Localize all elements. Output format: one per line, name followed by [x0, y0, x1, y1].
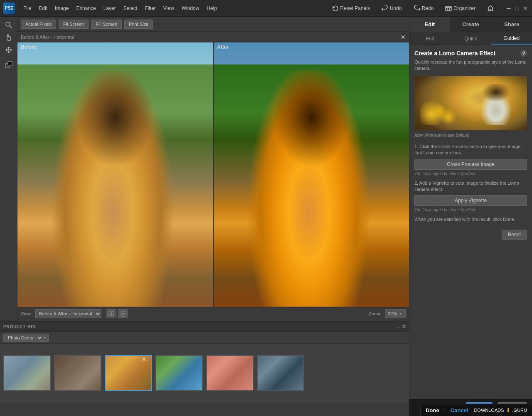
menu-layer[interactable]: Layer — [100, 4, 119, 13]
thumbnail-2[interactable] — [54, 355, 101, 391]
thumbnail-6[interactable] — [257, 355, 304, 391]
subtab-guided[interactable]: Guided — [491, 32, 532, 45]
step2-tip: Tip: Click again to intensify effect — [414, 208, 527, 212]
titlebar-right: Reset Panels Undo Redo Organizer ─ □ ✕ — [329, 4, 529, 13]
undo-button[interactable]: Undo — [378, 4, 405, 13]
menu-edit[interactable]: Edit — [35, 4, 51, 13]
menu-view[interactable]: View — [160, 4, 177, 13]
menu-image[interactable]: Image — [52, 4, 72, 13]
effect-preview-image — [414, 76, 527, 130]
menu-filter[interactable]: Filter — [141, 4, 159, 13]
view-select-wrapper: Before & After - Horizontal Before & Aft… — [35, 309, 101, 318]
help-icon[interactable]: ? — [520, 50, 527, 57]
reset-panels-button[interactable]: Reset Panels — [329, 4, 373, 13]
organizer-button[interactable]: Organizer — [442, 4, 479, 13]
after-photo — [214, 42, 409, 320]
cross-process-button[interactable]: Cross Process Image — [414, 159, 527, 170]
view-horizontal-icon[interactable] — [106, 309, 116, 318]
zoom-wrapper: 22% ▼ — [385, 309, 406, 318]
canvas-area: Before & After - Horizontal ✕ Before Aft… — [17, 32, 409, 320]
project-bin-controls: – ≡ — [397, 323, 406, 330]
menu-bar: File Edit Image Enhance Layer Select Fil… — [20, 4, 329, 13]
photo-demo-select[interactable]: Photo Demo — [4, 335, 43, 341]
effect-preview-caption: After (Roll over to see Before) — [414, 133, 527, 139]
tab-create[interactable]: Create — [451, 17, 492, 32]
actual-pixels-button[interactable]: Actual Pixels — [21, 20, 56, 29]
fit-screen-button[interactable]: Fit Screen — [59, 20, 89, 29]
move-tool[interactable] — [2, 44, 15, 56]
apply-vignette-button[interactable]: Apply Vignette — [414, 195, 527, 206]
svg-rect-0 — [446, 6, 451, 10]
menu-window[interactable]: Window — [178, 4, 203, 13]
maximize-button[interactable]: □ — [514, 5, 520, 12]
sub-tabs: Full Quick Guided — [409, 32, 532, 45]
panel-content: Create a Lomo Camera Effect ? Quickly re… — [409, 45, 532, 399]
step1-text: 1. Click the Cross Process button to giv… — [414, 144, 527, 156]
project-bin-menu-button[interactable]: ≡ — [402, 323, 406, 330]
watermark-done: Done — [426, 407, 439, 414]
thumbnail-1[interactable] — [3, 355, 51, 391]
view-select[interactable]: Before & After - Horizontal Before & Aft… — [36, 311, 101, 317]
thumbnail-5[interactable] — [206, 355, 254, 391]
svg-text:✕: ✕ — [141, 356, 147, 363]
project-bin-toolbar: Photo Demo ▼ — [0, 332, 409, 344]
after-panel: After — [214, 42, 409, 320]
effect-title: Create a Lomo Camera Effect — [414, 50, 495, 57]
menu-file[interactable]: File — [20, 4, 34, 13]
close-button[interactable]: ✕ — [522, 5, 529, 12]
watermark: Done | Cancel DOWNLOADS ⬇ .GURU — [420, 404, 532, 416]
menu-select[interactable]: Select — [120, 4, 140, 13]
zoom-tool[interactable] — [2, 19, 15, 31]
svg-rect-8 — [121, 314, 125, 316]
reset-button[interactable]: Reset — [502, 230, 527, 240]
hand-tool[interactable] — [2, 32, 15, 43]
subtab-quick[interactable]: Quick — [450, 32, 491, 45]
before-photo — [17, 42, 213, 320]
fill-screen-button[interactable]: Fill Screen — [91, 20, 122, 29]
canvas-tab-label: Before & After - Horizontal — [21, 35, 74, 40]
view-vertical-icon[interactable] — [118, 309, 128, 318]
redo-button[interactable]: Redo — [410, 4, 437, 13]
satisfaction-text: When you are satisfied with the result, … — [414, 216, 527, 223]
svg-point-1 — [6, 22, 10, 26]
zoom-label: Zoom: — [369, 311, 382, 316]
view-icons — [106, 309, 128, 318]
effect-title-row: Create a Lomo Camera Effect ? — [414, 50, 527, 57]
before-after-container: Before After — [17, 42, 409, 320]
tab-share[interactable]: Share — [491, 17, 532, 32]
project-bin: PROJECT BIN – ≡ Photo Demo ▼ ✕ — [0, 321, 409, 416]
window-controls: ─ □ ✕ — [505, 5, 529, 12]
view-label: View: — [21, 311, 32, 316]
canvas-close-button[interactable]: ✕ — [401, 34, 406, 40]
svg-rect-7 — [121, 311, 125, 313]
svg-rect-6 — [112, 312, 114, 316]
thumbnail-4[interactable] — [155, 355, 203, 391]
foreground-background-color[interactable] — [2, 59, 15, 71]
photo-select-arrow: ▼ — [43, 336, 47, 340]
project-bin-title: PROJECT BIN — [3, 324, 36, 329]
zoom-dropdown-icon[interactable]: ▼ — [399, 312, 403, 316]
tab-edit[interactable]: Edit — [409, 17, 451, 32]
effect-description: Quickly recreate the fun photographic st… — [414, 59, 527, 72]
subtab-full[interactable]: Full — [409, 32, 450, 45]
minimize-button[interactable]: ─ — [505, 5, 512, 12]
left-toolbar — [0, 17, 17, 324]
app-logo: PSE — [3, 2, 15, 14]
canvas-header: Before & After - Horizontal ✕ — [17, 32, 409, 42]
before-panel: Before — [17, 42, 214, 320]
zoom-value: 22% — [388, 311, 397, 316]
step2-text: 2. Add a Vignette to your image to final… — [414, 180, 527, 193]
panel-tabs: Edit Create Share — [409, 17, 532, 32]
project-bin-collapse-button[interactable]: – — [397, 323, 401, 330]
thumbnails-area: ✕ — [0, 344, 409, 403]
title-bar: PSE File Edit Image Enhance Layer Select… — [0, 0, 532, 17]
thumbnail-3[interactable]: ✕ — [105, 355, 152, 391]
menu-enhance[interactable]: Enhance — [73, 4, 99, 13]
home-button[interactable] — [484, 4, 497, 13]
menu-help[interactable]: Help — [203, 4, 220, 13]
svg-rect-4 — [8, 62, 12, 66]
photo-select-wrapper: Photo Demo ▼ — [3, 334, 49, 342]
print-size-button[interactable]: Print Size — [124, 20, 153, 29]
watermark-suffix: .GURU — [512, 408, 527, 413]
watermark-cancel: Cancel — [451, 407, 468, 414]
